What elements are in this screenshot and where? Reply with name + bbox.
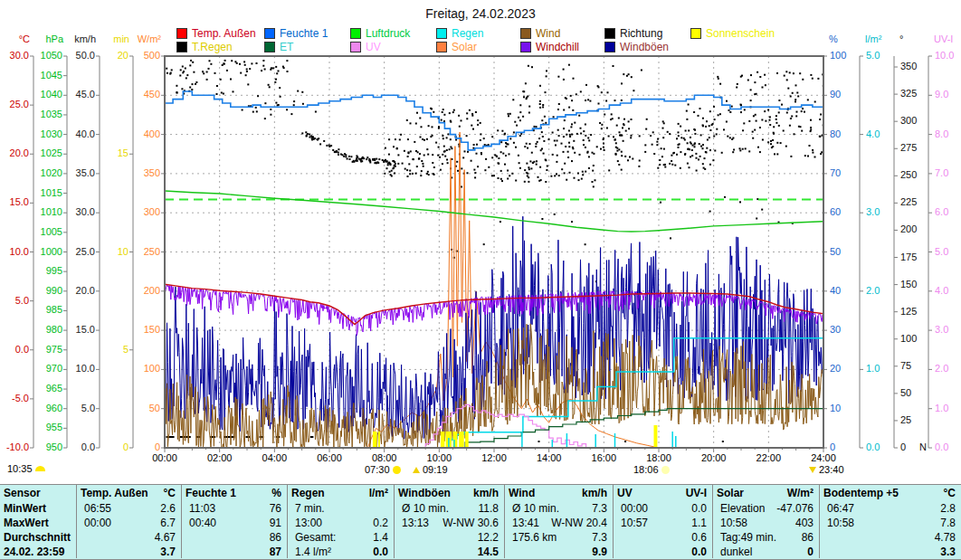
table-cell-value: 3.3 (940, 546, 956, 558)
sunshine-bar (453, 432, 458, 447)
event-time: 09:19 (423, 464, 448, 475)
table-col-name: Wind (509, 487, 535, 499)
axis-tick-label: 1000 (41, 246, 62, 258)
table-col-unit: °C (944, 487, 956, 499)
axis-tick-label: 15.0 (10, 196, 29, 208)
axis-tick-label: 1030 (41, 128, 62, 140)
axis-tick-label: 25 (900, 414, 911, 426)
axis-tick-label: 125 (900, 306, 917, 318)
table-cell-sub: 7 min. (295, 502, 325, 515)
table-cell-sub: Ø 10 min. (402, 502, 449, 515)
axis-tick-label: 5.0 (81, 403, 95, 414)
table-cell-sub: Elevation (720, 502, 765, 515)
axis-tick-label: 15.0 (76, 324, 95, 336)
axis-tick-label: 50.0 (76, 50, 95, 62)
axis-tick-label: 995 (46, 265, 62, 277)
table-cell-sub: 13:41 (512, 517, 539, 529)
sunshine-bar (465, 432, 469, 447)
table-cell-value: 86 (270, 531, 281, 544)
axis-header-kmh: km/h (74, 33, 96, 45)
table-cell-value: 14.5 (478, 546, 499, 558)
table-col-unit: km/h (582, 487, 607, 499)
axis-tick-label: 300 (144, 206, 160, 218)
table-cell-sub: Gesamt: (295, 531, 336, 544)
table-row-label: Sensor (4, 487, 41, 499)
table-cell-value: 3.7 (160, 546, 176, 558)
axis-tick-label: 20 (118, 50, 128, 62)
event-time: 18:06 (633, 464, 659, 475)
axis-tick-label: 60 (830, 206, 841, 218)
axis-tick-label: 8.0 (935, 128, 948, 140)
table-cell-sub: 06:55 (84, 502, 111, 515)
table-cell-value: 0.0 (373, 546, 388, 558)
axis-tick-label: 200 (144, 285, 160, 297)
table-cell-value: 0.6 (691, 531, 707, 544)
axis-header-hPa: hPa (45, 33, 63, 45)
table-col-unit: W/m² (787, 487, 814, 499)
x-axis-label: 20:00 (696, 452, 732, 463)
axis-tick-label: 175 (900, 252, 917, 263)
x-axis-label: 08:00 (366, 452, 403, 463)
table-row-label: MaxWert (4, 517, 49, 529)
table-divider (613, 484, 614, 558)
table-cell-value: 6.7 (160, 517, 176, 529)
table-row-label: Durchschnitt (4, 531, 71, 544)
axis-tick-label: 3.0 (935, 324, 948, 336)
axis-tick-label: 1050 (41, 50, 62, 62)
sunshine-bar (373, 432, 377, 447)
table-col-unit: °C (164, 487, 176, 499)
axis-tick-label: 30 (830, 324, 841, 336)
sunshine-bar (459, 432, 464, 447)
event-time: 07:30 (365, 464, 390, 475)
table-cell-sub: 00:00 (621, 502, 648, 515)
table-cell-sub: 13:00 (295, 517, 322, 529)
axis-tick-label: 0 (900, 441, 906, 453)
axis-tick-label: 100 (830, 50, 846, 62)
table-cell-value: 2.6 (160, 502, 176, 515)
axis-tick-label: 90 (830, 89, 841, 100)
axis-tick-label: 400 (144, 128, 160, 140)
arrow-up-icon (413, 467, 420, 473)
axis-tick-label: 970 (46, 363, 62, 375)
table-cell-value: 2.8 (940, 502, 956, 515)
axis-tick-label: 4.0 (935, 285, 948, 297)
axis-tick-label: 200 (900, 223, 917, 235)
axis-tick-label: 7.0 (935, 167, 948, 179)
x-axis-label: 02:00 (202, 452, 238, 463)
table-col-name: Solar (717, 487, 744, 499)
axis-tick-label: -5.0 (12, 393, 29, 404)
x-axis-label: 24:00 (805, 452, 842, 463)
axis-tick-label: 1015 (41, 187, 62, 199)
table-cell-value: 9.9 (592, 546, 607, 558)
axis-tick-label: 0.0 (935, 441, 948, 453)
axis-tick-label: 150 (144, 324, 160, 336)
sun-pale-icon (661, 466, 670, 474)
axis-tick-label: 50 (830, 246, 841, 258)
axis-tick-label: 1035 (41, 109, 62, 120)
axis-tick-label: 10.0 (76, 363, 95, 375)
axis-tick-label: 1040 (41, 89, 62, 100)
table-cell-sub: Ø 10 min. (512, 502, 559, 515)
axis-tick-label: 35.0 (76, 167, 95, 179)
table-cell-value: 1.1 (691, 517, 707, 529)
table-cell-sub: 00:40 (189, 517, 216, 529)
event-moonrise: 23:40 (809, 464, 844, 475)
axis-header-lm: l/m² (865, 33, 881, 45)
sun-icon (393, 466, 401, 474)
x-axis-label: 12:00 (476, 452, 512, 463)
table-cell-value: 91 (270, 517, 281, 529)
table-cell-sub: 00:00 (84, 517, 111, 529)
table-cell-value: 11.8 (479, 502, 499, 515)
axis-tick-label: 3.0 (866, 206, 880, 218)
table-cell-value: 7.3 (592, 502, 607, 515)
table-cell-value: 0.0 (691, 546, 707, 558)
axis-tick-label: 10.0 (935, 50, 954, 62)
table-cell-value: 7.8 (940, 517, 956, 529)
sunshine-bar (378, 432, 380, 447)
axis-tick-label: 5.0 (15, 295, 29, 307)
table-cell-value: 403 (795, 517, 814, 529)
axis-tick-label: 275 (900, 142, 917, 154)
event-sun-up-marker: 09:19 (413, 464, 448, 475)
axis-tick-label: 1010 (41, 206, 62, 218)
axis-header-UV-I: UV-I (934, 33, 953, 45)
